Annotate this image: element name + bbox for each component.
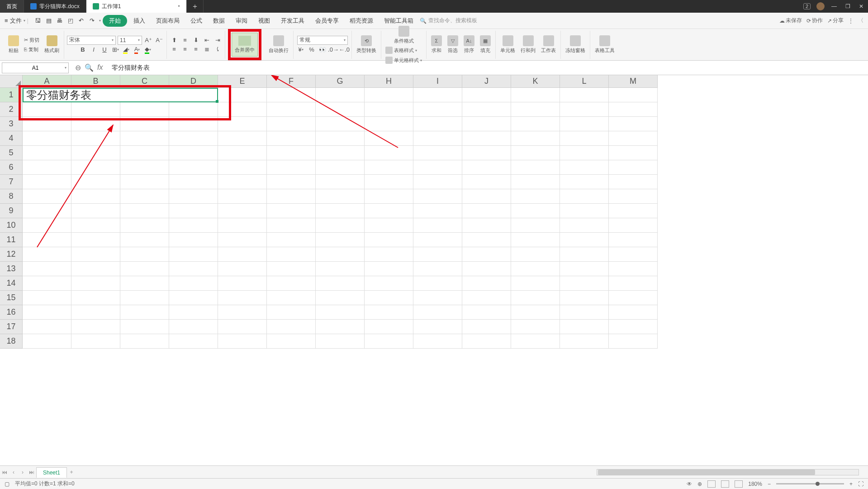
col-header-E[interactable]: E bbox=[218, 75, 267, 88]
cell[interactable] bbox=[169, 102, 218, 117]
cell[interactable] bbox=[23, 189, 71, 204]
cell[interactable] bbox=[218, 160, 267, 175]
cell[interactable] bbox=[316, 88, 365, 102]
print-icon[interactable]: 🖶 bbox=[56, 17, 64, 25]
row-header-6[interactable]: 6 bbox=[0, 160, 23, 175]
cell[interactable] bbox=[218, 262, 267, 276]
menu-member[interactable]: 会员专享 bbox=[311, 15, 343, 27]
cell[interactable] bbox=[560, 276, 609, 291]
cell[interactable] bbox=[560, 117, 609, 131]
cell[interactable] bbox=[365, 247, 413, 262]
menu-review[interactable]: 审阅 bbox=[231, 15, 252, 27]
orientation-button[interactable]: ⤹ bbox=[213, 45, 222, 53]
cell[interactable] bbox=[120, 291, 169, 305]
cell[interactable] bbox=[560, 175, 609, 189]
underline-button[interactable]: U bbox=[100, 46, 109, 54]
cell[interactable] bbox=[218, 146, 267, 160]
cell[interactable] bbox=[218, 175, 267, 189]
maximize-button[interactable]: ❐ bbox=[841, 0, 854, 13]
align-middle-button[interactable]: ≡ bbox=[180, 36, 190, 44]
cell[interactable] bbox=[511, 218, 560, 233]
formula-input[interactable]: 零分猫财务表 bbox=[107, 64, 868, 72]
filter-button[interactable]: ▽筛选 bbox=[446, 34, 460, 55]
row-header-1[interactable]: 1 bbox=[0, 88, 23, 102]
zoom-percent[interactable]: 180% bbox=[748, 481, 762, 487]
cell[interactable] bbox=[120, 218, 169, 233]
align-top-button[interactable]: ⬆ bbox=[170, 36, 179, 44]
cell[interactable] bbox=[316, 117, 365, 131]
cell[interactable] bbox=[316, 262, 365, 276]
cell[interactable] bbox=[267, 131, 316, 146]
cell[interactable] bbox=[267, 189, 316, 204]
cell[interactable] bbox=[511, 189, 560, 204]
row-header-8[interactable]: 8 bbox=[0, 189, 23, 204]
cell[interactable] bbox=[560, 204, 609, 218]
cell[interactable] bbox=[462, 334, 511, 349]
cell[interactable] bbox=[413, 88, 462, 102]
cell[interactable] bbox=[413, 276, 462, 291]
zoom-out-button[interactable]: − bbox=[768, 481, 771, 487]
cell[interactable] bbox=[316, 276, 365, 291]
cell[interactable] bbox=[413, 146, 462, 160]
new-tab-button[interactable]: ＋ bbox=[187, 0, 204, 13]
cell[interactable] bbox=[71, 291, 120, 305]
cell[interactable] bbox=[218, 247, 267, 262]
spreadsheet-grid[interactable]: A B C D E F G H I J K L M 1零分猫财务表2345678… bbox=[0, 75, 868, 465]
search-box[interactable]: 🔍 查找命令、搜索模板 bbox=[420, 17, 477, 24]
cell[interactable] bbox=[413, 247, 462, 262]
fill-color-button[interactable]: ◢▾ bbox=[122, 46, 131, 54]
cell[interactable] bbox=[511, 131, 560, 146]
cell[interactable] bbox=[462, 305, 511, 320]
cell[interactable] bbox=[511, 262, 560, 276]
cell[interactable] bbox=[23, 247, 71, 262]
cell[interactable] bbox=[511, 102, 560, 117]
col-header-H[interactable]: H bbox=[365, 75, 413, 88]
row-header-18[interactable]: 18 bbox=[0, 334, 23, 349]
cell[interactable] bbox=[462, 160, 511, 175]
menu-resources[interactable]: 稻壳资源 bbox=[345, 15, 378, 27]
cell[interactable] bbox=[511, 305, 560, 320]
cell[interactable] bbox=[23, 305, 71, 320]
row-header-7[interactable]: 7 bbox=[0, 175, 23, 189]
cell[interactable] bbox=[218, 233, 267, 247]
worksheet-button[interactable]: 工作表 bbox=[539, 34, 558, 55]
cell[interactable] bbox=[365, 218, 413, 233]
collapse-ribbon-icon[interactable]: 〈 bbox=[858, 17, 863, 24]
cell[interactable] bbox=[267, 160, 316, 175]
sheet-nav-prev[interactable]: ‹ bbox=[9, 469, 18, 475]
share-button[interactable]: ↗分享 bbox=[827, 17, 844, 24]
cell[interactable] bbox=[218, 276, 267, 291]
cell[interactable] bbox=[267, 88, 316, 102]
cell[interactable] bbox=[120, 160, 169, 175]
cells-button[interactable]: 单元格 bbox=[498, 34, 517, 55]
cell[interactable] bbox=[120, 233, 169, 247]
cell[interactable] bbox=[511, 320, 560, 334]
cell[interactable] bbox=[169, 146, 218, 160]
tab-workbook[interactable]: 工作簿1 • bbox=[86, 0, 187, 13]
tab-doc[interactable]: 零分猫脚本.docx bbox=[24, 0, 86, 13]
cell[interactable] bbox=[267, 102, 316, 117]
cell[interactable] bbox=[560, 262, 609, 276]
cell[interactable] bbox=[23, 204, 71, 218]
cell[interactable] bbox=[365, 160, 413, 175]
cell[interactable] bbox=[23, 102, 71, 117]
cell[interactable] bbox=[120, 247, 169, 262]
cell[interactable] bbox=[316, 218, 365, 233]
cell[interactable] bbox=[365, 262, 413, 276]
align-left-button[interactable]: ≡ bbox=[170, 45, 179, 53]
close-button[interactable]: ✕ bbox=[854, 0, 868, 13]
cell[interactable] bbox=[218, 334, 267, 349]
cell[interactable] bbox=[413, 218, 462, 233]
cell[interactable] bbox=[609, 117, 658, 131]
cell[interactable] bbox=[71, 320, 120, 334]
cell[interactable] bbox=[413, 160, 462, 175]
user-avatar[interactable] bbox=[816, 2, 825, 10]
cell[interactable] bbox=[120, 276, 169, 291]
cond-format-button[interactable]: 条件格式 bbox=[392, 25, 416, 45]
cell[interactable] bbox=[609, 320, 658, 334]
cell[interactable] bbox=[365, 276, 413, 291]
cell[interactable] bbox=[511, 117, 560, 131]
view-normal-button[interactable] bbox=[707, 480, 716, 488]
cell[interactable] bbox=[560, 131, 609, 146]
cell[interactable] bbox=[71, 204, 120, 218]
